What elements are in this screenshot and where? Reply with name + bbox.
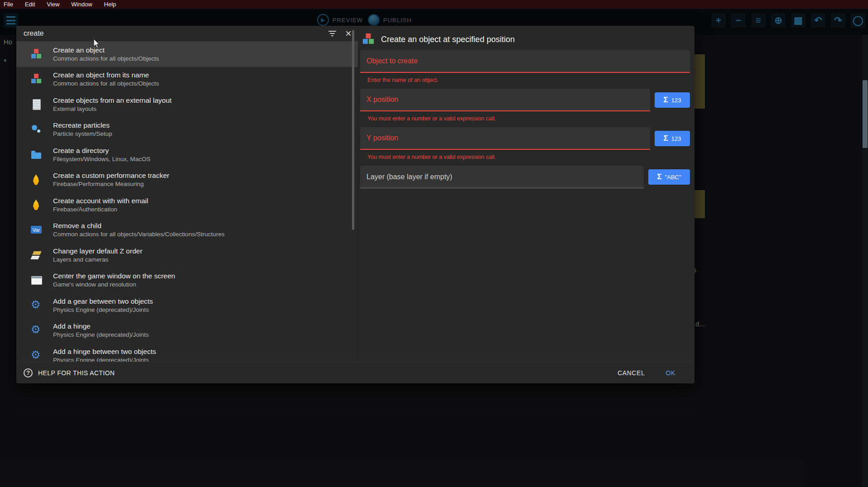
menu-item[interactable]: Edit [25,1,35,8]
action-result-row[interactable]: Add a hinge between two objects Physics … [16,343,358,362]
action-result-text: Add a gear between two objects Physics E… [53,297,153,314]
action-result-text: Recreate particles Particle system/Setup [53,121,112,138]
help-icon: ? [24,368,33,377]
y-position-field[interactable]: Y position [360,127,650,150]
action-type-icon [30,73,43,86]
action-type-icon [30,199,43,211]
action-category: Physics Engine (deprecated)/Joints [53,331,149,339]
layer-expression-button[interactable]: Σ "ABC" [648,169,690,185]
action-title: Create a custom performance tracker [53,171,169,180]
action-search-panel: × Create an object Common actions for al… [16,26,358,362]
action-category: External layouts [53,105,172,113]
action-result-text: Create a directory Filesystem/Windows, L… [53,146,150,163]
action-title: Add a hinge [53,322,149,331]
action-title: Remove a child [53,221,225,230]
y-position-expression-button[interactable]: Σ 123 [655,131,690,146]
action-category: Common actions for all objects/Objects [53,80,159,88]
action-type-icon [30,324,43,337]
action-result-text: Create an object from its name Common ac… [53,71,159,88]
x-position-expression-button[interactable]: Σ 123 [655,92,690,108]
action-result-row[interactable]: Create objects from an external layout E… [16,92,358,117]
action-type-icon [30,173,43,186]
action-result-text: Create an object Common actions for all … [53,46,159,63]
action-title: Create account with with email [53,196,148,205]
action-result-text: Change layer default Z order Layers and … [53,247,142,264]
action-result-row[interactable]: Center the game window on the screen Gam… [16,268,358,293]
field-error-text: Enter the name of an object. [367,77,694,83]
sigma-icon: Σ [657,172,661,181]
app-window: FileEditViewWindowHelp ▶ PREVIEW PUBLISH… [0,0,868,487]
action-category: Common actions for all objects/Variables… [53,230,225,239]
action-result-text: Remove a child Common actions for all ob… [53,221,225,239]
action-result-row[interactable]: Recreate particles Particle system/Setup [16,117,358,143]
action-type-icon [30,123,43,136]
action-result-row[interactable]: Add a gear between two objects Physics E… [16,293,358,318]
action-category: Physics Engine (deprecated)/Joints [53,356,156,362]
action-type-icon [362,33,376,47]
search-input[interactable] [24,29,328,38]
layer-field[interactable]: Layer (base layer if empty) [360,166,644,188]
action-result-row[interactable]: Create account with with email Firebase/… [16,192,358,218]
close-icon[interactable]: × [345,29,352,38]
menu-item[interactable]: View [47,1,59,8]
sigma-icon: Σ [664,134,668,143]
action-result-row[interactable]: Remove a child Common actions for all ob… [16,218,358,243]
menu-item[interactable]: Window [71,1,92,8]
help-for-action-button[interactable]: ? HELP FOR THIS ACTION [24,368,115,377]
action-title: Create an object [53,46,159,55]
field-label: Layer (base layer if empty) [366,173,452,181]
action-result-row[interactable]: Create a custom performance tracker Fire… [16,167,358,193]
action-title: Recreate particles [53,121,112,130]
ok-button[interactable]: OK [663,366,678,380]
action-result-row[interactable]: Create a directory Filesystem/Windows, L… [16,142,358,167]
action-title: Change layer default Z order [53,247,142,256]
expression-type-label: 123 [671,97,681,104]
dialog-footer: ? HELP FOR THIS ACTION CANCEL OK [16,362,694,383]
action-category: Firebase/Performance Measuring [53,180,169,188]
menu-item[interactable]: Help [104,1,116,8]
action-result-row[interactable]: Add a hinge Physics Engine (deprecated)/… [16,318,358,344]
action-category: Firebase/Authentication [53,205,148,214]
action-type-icon [30,98,43,111]
action-detail-title: Create an object at specified position [381,35,515,44]
object-to-create-field[interactable]: Object to create [360,50,690,73]
action-result-text: Center the game window on the screen Gam… [53,272,175,289]
action-parameters-panel: Create an object at specified position O… [358,26,694,362]
action-title: Create objects from an external layout [53,96,172,105]
action-title: Create a directory [53,146,150,155]
search-row: × [16,26,358,42]
action-type-icon [30,349,43,362]
results-scrollbar-thumb[interactable] [352,30,354,230]
action-title: Add a gear between two objects [53,297,153,306]
action-type-icon [30,148,43,161]
expression-type-label: "ABC" [665,174,681,181]
action-category: Layers and cameras [53,256,142,264]
action-type-icon [30,48,43,61]
action-category: Filesystem/Windows, Linux, MacOS [53,155,150,163]
cancel-button[interactable]: CANCEL [615,366,647,380]
help-label: HELP FOR THIS ACTION [38,369,115,377]
choose-action-dialog: × Create an object Common actions for al… [16,26,694,383]
action-result-row[interactable]: Create an object Common actions for all … [16,42,358,67]
menu-item[interactable]: File [4,1,13,8]
menu-bar: FileEditViewWindowHelp [0,0,868,9]
action-result-text: Add a hinge between two objects Physics … [53,347,156,362]
action-title: Add a hinge between two objects [53,347,156,356]
field-label: X position [366,95,398,104]
action-result-row[interactable]: Change layer default Z order Layers and … [16,243,358,268]
action-result-text: Create a custom performance tracker Fire… [53,171,169,188]
field-label: Object to create [366,57,418,65]
detail-header: Create an object at specified position [358,26,694,50]
action-result-row[interactable]: Create an object from its name Common ac… [16,67,358,92]
x-position-field[interactable]: X position [360,89,650,111]
expression-type-label: 123 [671,135,681,142]
action-results-list[interactable]: Create an object Common actions for all … [16,42,358,362]
action-type-icon [30,299,43,312]
sigma-icon: Σ [664,95,668,105]
action-title: Create an object from its name [53,71,159,80]
field-label: Y position [366,134,398,142]
action-title: Center the game window on the screen [53,272,175,281]
action-category: Particle system/Setup [53,130,112,138]
field-error-text: You must enter a number or a valid expre… [367,154,694,160]
filter-icon[interactable] [328,31,336,36]
